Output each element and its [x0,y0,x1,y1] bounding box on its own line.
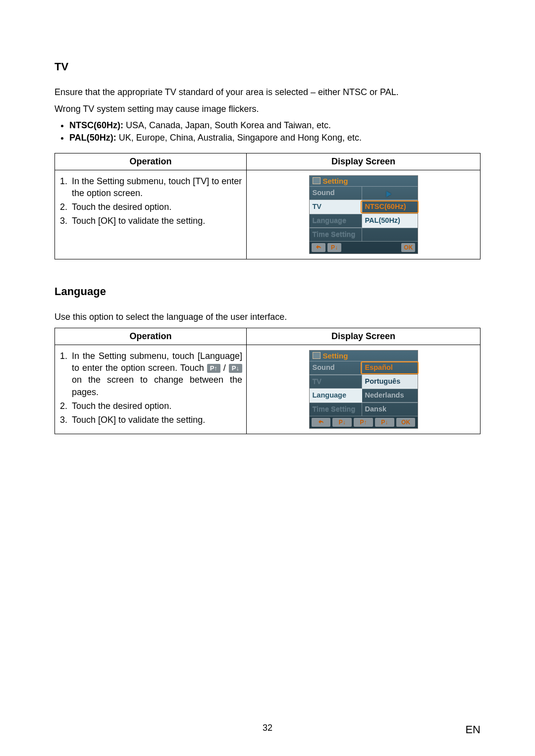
option-ntsc[interactable]: NTSC(60Hz) [362,200,418,214]
value-cell [362,186,418,200]
menu-item-time-setting[interactable]: Time Setting [310,403,362,416]
display-screen-tv: Setting Sound TV Language Time Setting [309,175,418,254]
list-item: Touch [OK] to validate the setting. [70,414,242,426]
screen-title: Setting [323,352,348,360]
tv-steps-list: In the Setting submenu, touch [TV] to en… [59,175,242,227]
list-item: PAL(50Hz): UK, Europe, China, Australia,… [69,133,481,143]
option-espanol[interactable]: Español [362,361,418,375]
option-dansk[interactable]: Dansk [362,403,418,416]
page-down-button-2[interactable]: P↓ [375,418,394,427]
option-nederlands[interactable]: Nederlands [362,389,418,403]
menu-item-tv[interactable]: TV [310,375,362,389]
menu-item-time-setting[interactable]: Time Setting [310,228,362,242]
col-header-display: Display Screen [247,328,481,345]
back-button[interactable] [312,243,325,252]
ntsc-rest: USA, Canada, Japan, South Korea and Taiw… [123,120,331,130]
option-portugues[interactable]: Português [362,375,418,389]
tv-operation-table: Operation Display Screen In the Setting … [54,153,481,259]
back-button[interactable] [312,418,331,427]
ok-button[interactable]: OK [396,418,416,427]
list-item: Touch [OK] to validate the setting. [70,215,242,227]
page-language-label: EN [465,723,481,736]
page-up-badge: P↑ [207,364,220,373]
list-item: NTSC(60Hz): USA, Canada, Japan, South Ko… [69,120,481,131]
value-cell [362,228,418,242]
ok-button[interactable]: OK [401,243,415,252]
tv-intro-line-2: Wrong TV system setting may cause image … [54,103,481,115]
option-pal[interactable]: PAL(50Hz) [362,214,418,228]
setting-icon [313,352,321,359]
menu-item-language[interactable]: Language [310,389,362,403]
page-down-button[interactable]: P↓ [332,418,352,427]
menu-item-language[interactable]: Language [310,214,362,228]
language-operation-table: Operation Display Screen In the Setting … [54,328,481,434]
menu-item-tv[interactable]: TV [310,200,362,214]
tv-standards-list: NTSC(60Hz): USA, Canada, Japan, South Ko… [54,120,481,143]
tv-intro-line-1: Ensure that the appropriate TV standard … [54,86,481,98]
col-header-display: Display Screen [247,153,481,170]
page-down-button[interactable]: P↓ [327,243,341,252]
display-screen-language: Setting Sound TV Language Time Setting E… [309,350,418,429]
menu-item-sound[interactable]: Sound [310,186,362,200]
list-item: Touch the desired option. [70,201,242,213]
language-intro: Use this option to select the language o… [54,311,481,323]
col-header-operation: Operation [55,328,247,345]
section-heading-tv: TV [54,60,481,73]
menu-item-sound[interactable]: Sound [310,361,362,375]
page-up-button[interactable]: P↑ [354,418,373,427]
ntsc-label: NTSC(60Hz): [69,120,123,130]
play-icon [386,191,391,197]
screen-title: Setting [323,177,348,185]
list-item: Touch the desired option. [70,400,242,412]
list-item: In the Setting submenu, touch [TV] to en… [70,175,242,200]
pal-rest: UK, Europe, China, Australia, Singapore … [116,133,362,143]
section-heading-language: Language [54,285,481,298]
pal-label: PAL(50Hz): [69,133,116,143]
language-steps-list: In the Setting submenu, touch [Language]… [59,350,242,426]
page-down-badge: P↓ [229,364,242,373]
col-header-operation: Operation [55,153,247,170]
setting-icon [313,177,321,184]
list-item: In the Setting submenu, touch [Language]… [70,350,242,398]
page-number: 32 [0,723,535,733]
